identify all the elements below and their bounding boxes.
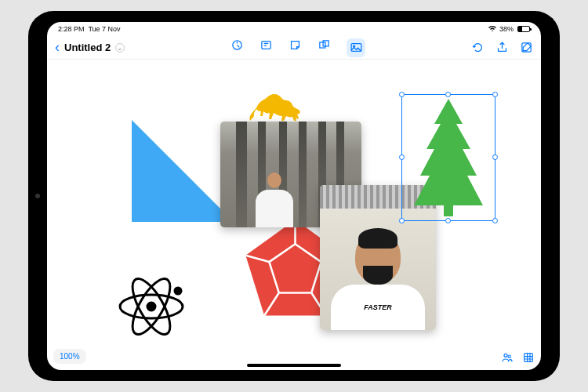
resize-handle-br[interactable]	[492, 218, 498, 223]
grid-icon[interactable]	[521, 350, 535, 364]
shirt-text: FASTER	[364, 303, 392, 311]
resize-handle-mr[interactable]	[492, 154, 498, 160]
selfie-subject: FASTER	[331, 231, 425, 330]
status-left: 2:28 PM Tue 7 Nov	[58, 25, 121, 33]
resize-handle-bl[interactable]	[399, 218, 405, 223]
media-tool-icon[interactable]	[347, 38, 365, 57]
freeform-canvas[interactable]: FASTER 100%	[47, 60, 541, 370]
status-right: 38%	[488, 25, 530, 34]
resize-handle-tl[interactable]	[399, 92, 405, 97]
share-icon[interactable]	[495, 41, 509, 54]
back-button[interactable]: ‹	[55, 39, 60, 56]
svg-point-9	[147, 303, 155, 310]
resize-handle-tr[interactable]	[492, 92, 498, 97]
blue-triangle-shape[interactable]	[132, 120, 234, 222]
resize-handle-tm[interactable]	[445, 92, 451, 97]
date: Tue 7 Nov	[88, 25, 120, 33]
compose-icon[interactable]	[520, 41, 533, 54]
shape-tool-icon[interactable]	[318, 38, 331, 52]
resize-handle-ml[interactable]	[399, 154, 405, 160]
battery-icon	[517, 26, 530, 32]
collaborate-icon[interactable]	[500, 350, 514, 364]
pen-tool-icon[interactable]	[230, 38, 244, 52]
home-indicator[interactable]	[247, 364, 341, 367]
screen: 2:28 PM Tue 7 Nov 38% ‹ Untitled 2 ⌄	[47, 22, 541, 370]
text-tool-icon[interactable]	[260, 38, 273, 52]
app-toolbar: ‹ Untitled 2 ⌄	[47, 36, 541, 60]
wifi-icon	[488, 25, 497, 34]
svg-rect-3	[323, 40, 328, 45]
ipad-device-frame: 2:28 PM Tue 7 Nov 38% ‹ Untitled 2 ⌄	[28, 11, 560, 381]
toolbar-left: ‹ Untitled 2 ⌄	[55, 39, 125, 56]
title-menu-icon[interactable]: ⌄	[115, 43, 125, 53]
sticky-tool-icon[interactable]	[289, 38, 302, 52]
canvas-footer-tools	[500, 350, 535, 364]
svg-point-15	[508, 355, 510, 358]
pine-tree-shape[interactable]	[409, 97, 488, 222]
photo-subject	[256, 172, 293, 227]
document-title[interactable]: Untitled 2	[64, 42, 111, 53]
clock: 2:28 PM	[58, 25, 85, 33]
toolbar-center	[230, 38, 365, 57]
zoom-indicator[interactable]: 100%	[53, 349, 86, 364]
svg-rect-2	[320, 42, 325, 47]
front-camera	[35, 194, 40, 198]
svg-rect-16	[524, 353, 532, 361]
undo-icon[interactable]	[471, 41, 485, 54]
svg-rect-1	[262, 41, 270, 49]
atom-sticker[interactable]	[116, 271, 187, 345]
toolbar-right	[471, 41, 533, 54]
svg-point-14	[504, 354, 507, 357]
battery-percent: 38%	[499, 25, 514, 33]
svg-point-13	[175, 288, 181, 294]
status-bar: 2:28 PM Tue 7 Nov 38%	[47, 22, 541, 36]
